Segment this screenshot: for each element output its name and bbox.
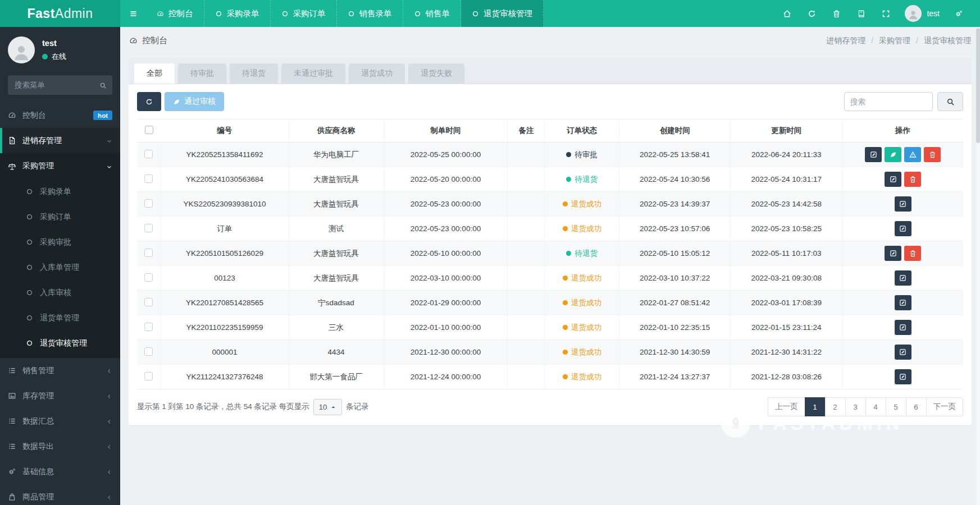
- filter-tab[interactable]: 退货失败: [408, 63, 464, 84]
- row-action-button[interactable]: [895, 369, 911, 384]
- row-action-button[interactable]: [904, 246, 921, 261]
- column-header[interactable]: 制单时间: [384, 120, 508, 143]
- scrollbar-thumb[interactable]: [976, 28, 980, 143]
- row-checkbox[interactable]: [144, 199, 153, 208]
- brand-logo[interactable]: FastAdmin: [0, 0, 120, 27]
- row-action-button[interactable]: [924, 147, 941, 162]
- page-size-select[interactable]: 10: [313, 399, 342, 415]
- sidebar-item-dashboard[interactable]: 控制台 hot: [0, 103, 120, 128]
- row-checkbox[interactable]: [144, 347, 153, 356]
- sidebar-subitem[interactable]: 采购录单: [0, 179, 120, 204]
- breadcrumb-item[interactable]: 退货审核管理: [910, 36, 971, 46]
- row-action-button[interactable]: [885, 246, 901, 261]
- page-button[interactable]: 3: [845, 397, 866, 416]
- row-action-button[interactable]: [885, 172, 901, 187]
- avatar[interactable]: [8, 36, 35, 63]
- sidebar-item[interactable]: 数据导出: [0, 434, 120, 459]
- refresh-icon[interactable]: [800, 0, 823, 27]
- topnav-tab[interactable]: 退货审核管理: [461, 0, 544, 27]
- table-row[interactable]: 000001 4434 2021-12-30 00:00:00 退货成功 202…: [137, 340, 963, 365]
- filter-tab[interactable]: 退货成功: [349, 63, 405, 84]
- sidebar-subitem[interactable]: 采购审批: [0, 229, 120, 255]
- row-action-button[interactable]: [895, 320, 911, 335]
- menu-search-input[interactable]: [8, 75, 112, 95]
- page-button[interactable]: 上一页: [768, 397, 805, 416]
- page-button[interactable]: 4: [865, 397, 886, 416]
- user-menu[interactable]: test: [899, 5, 945, 22]
- sidebar-item[interactable]: 基础信息: [0, 459, 120, 484]
- page-button[interactable]: 5: [886, 397, 906, 416]
- column-header[interactable]: 备注: [508, 120, 545, 143]
- topnav-tab[interactable]: 控制台: [146, 0, 204, 27]
- filter-tab[interactable]: 未通过审批: [281, 63, 345, 84]
- column-header[interactable]: 操作: [842, 120, 963, 143]
- row-checkbox[interactable]: [144, 273, 153, 282]
- filter-tab[interactable]: 待审批: [178, 63, 226, 84]
- settings-cogs-icon[interactable]: [947, 0, 970, 27]
- filter-tab[interactable]: 待退货: [230, 63, 278, 84]
- column-header[interactable]: 供应商名称: [289, 120, 384, 143]
- row-action-button[interactable]: [895, 270, 911, 286]
- home-icon[interactable]: [776, 0, 798, 27]
- breadcrumb-item[interactable]: 采购管理: [865, 36, 910, 46]
- row-action-button[interactable]: [885, 147, 901, 162]
- column-header[interactable]: 创建时间: [619, 120, 731, 143]
- row-action-button[interactable]: [895, 196, 911, 212]
- sidebar-subitem[interactable]: 入库单管理: [0, 255, 120, 280]
- row-checkbox[interactable]: [144, 249, 153, 257]
- table-row[interactable]: YK2205101505126029 大唐益智玩具 2022-05-10 00:…: [137, 241, 963, 266]
- column-header[interactable]: 更新时间: [731, 120, 842, 143]
- table-row[interactable]: YK2205241030563684 大唐益智玩具 2022-05-20 00:…: [137, 167, 963, 192]
- topnav-tab[interactable]: 销售录单: [337, 0, 403, 27]
- row-action-button[interactable]: [895, 295, 911, 310]
- filter-tab[interactable]: 全部: [134, 63, 175, 84]
- sidebar-subitem[interactable]: 退货审核管理: [0, 330, 120, 356]
- table-row[interactable]: YK2201270851428565 宁sdadsad 2022-01-29 0…: [137, 291, 963, 315]
- table-search-input[interactable]: [844, 92, 933, 111]
- search-button[interactable]: [937, 92, 963, 111]
- table-row[interactable]: YKS2205230939381010 大唐益智玩具 2022-05-23 00…: [137, 192, 963, 217]
- sidebar-subitem[interactable]: 退货单管理: [0, 305, 120, 330]
- sidebar-item[interactable]: 销售管理: [0, 358, 120, 383]
- column-header[interactable]: 编号: [161, 120, 289, 143]
- page-button[interactable]: 2: [825, 397, 846, 416]
- table-row[interactable]: YK2201102235159959 三水 2022-01-10 00:00:0…: [137, 315, 963, 340]
- row-checkbox[interactable]: [144, 224, 153, 232]
- clear-cache-trash-icon[interactable]: [825, 0, 847, 27]
- column-header[interactable]: 订单状态: [545, 120, 619, 143]
- table-row[interactable]: YK2112241327376248 邯大第一食品厂 2021-12-24 00…: [137, 365, 963, 389]
- sidebar-group-purchase[interactable]: 采购管理: [0, 153, 120, 179]
- sidebar-subitem[interactable]: 采购订单: [0, 204, 120, 229]
- sidebar-group-inventory[interactable]: 进销存管理: [0, 128, 120, 153]
- topnav-tab[interactable]: 采购订单: [271, 0, 337, 27]
- row-action-button[interactable]: [904, 172, 921, 187]
- select-all-checkbox[interactable]: [145, 126, 153, 134]
- table-row[interactable]: 00123 大唐益智玩具 2022-03-10 00:00:00 退货成功 20…: [137, 266, 963, 291]
- row-checkbox[interactable]: [144, 150, 153, 158]
- row-action-button[interactable]: [904, 147, 921, 162]
- page-button[interactable]: 6: [906, 397, 927, 416]
- row-checkbox[interactable]: [144, 372, 153, 380]
- sidebar-subitem[interactable]: 入库审核: [0, 280, 120, 305]
- sidebar-item[interactable]: 数据汇总: [0, 408, 120, 434]
- page-button[interactable]: 1: [805, 397, 826, 416]
- docs-book-icon[interactable]: [850, 0, 872, 27]
- row-checkbox[interactable]: [144, 175, 153, 183]
- page-button[interactable]: 下一页: [926, 397, 964, 416]
- approve-button[interactable]: 通过审核: [165, 92, 224, 111]
- sidebar-item[interactable]: 库存管理: [0, 383, 120, 408]
- fullscreen-icon[interactable]: [874, 0, 897, 27]
- table-row[interactable]: 订单 测试 2022-05-23 00:00:00 退货成功 2022-05-2…: [137, 217, 963, 241]
- table-row[interactable]: YK2205251358411692 华为电脑工厂 2022-05-25 00:…: [137, 143, 963, 167]
- sidebar-toggle-button[interactable]: [120, 0, 146, 27]
- row-checkbox[interactable]: [144, 298, 153, 306]
- topnav-tab[interactable]: 销售单: [403, 0, 462, 27]
- topnav-tab[interactable]: 采购录单: [204, 0, 271, 27]
- row-checkbox[interactable]: [144, 323, 153, 331]
- row-action-button[interactable]: [895, 345, 911, 360]
- refresh-button[interactable]: [137, 92, 161, 111]
- row-action-button[interactable]: [895, 221, 911, 236]
- sidebar-item[interactable]: 商品管理: [0, 484, 120, 505]
- row-action-button[interactable]: [865, 147, 882, 162]
- breadcrumb-item[interactable]: 进销存管理: [826, 36, 865, 46]
